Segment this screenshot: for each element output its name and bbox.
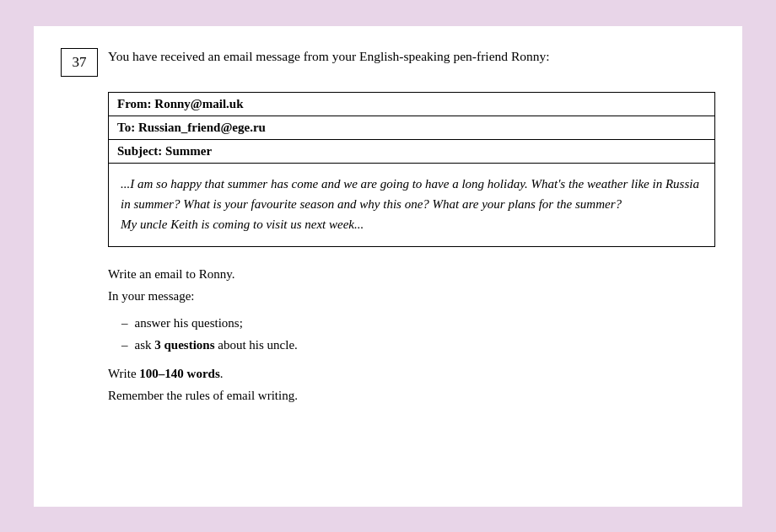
main-card: 37 You have received an email message fr… [34, 26, 742, 507]
question-number: 37 [61, 48, 98, 77]
bullet-text-2: ask 3 questions about his uncle. [135, 335, 298, 355]
from-label: From: [117, 97, 152, 110]
email-to-row: To: Russian_friend@ege.ru [109, 116, 715, 139]
bold-word-count: 100–140 words [139, 367, 219, 380]
subject-label: Subject: [117, 144, 162, 158]
bullet-item-1: – answer his questions; [121, 313, 715, 333]
email-body-cell: ...I am so happy that summer has come an… [109, 163, 715, 246]
email-subject-row: Subject: Summer [109, 139, 715, 163]
email-table: From: Ronny@mail.uk To: Russian_friend@e… [108, 92, 715, 247]
remember-line: Remember the rules of email writing. [108, 385, 715, 406]
question-header: 37 You have received an email message fr… [61, 46, 715, 77]
from-value: Ronny@mail.uk [154, 97, 243, 110]
word-count-line: Write 100–140 words. [108, 363, 715, 384]
email-to-cell: To: Russian_friend@ege.ru [109, 116, 715, 139]
email-body-row: ...I am so happy that summer has come an… [109, 163, 715, 246]
bold-3-questions: 3 questions [154, 338, 214, 352]
email-from-row: From: Ronny@mail.uk [109, 92, 715, 116]
email-subject-cell: Subject: Summer [109, 139, 715, 163]
instruction-line2: In your message: [108, 286, 715, 306]
to-label: To: [117, 121, 135, 134]
email-from-cell: From: Ronny@mail.uk [109, 92, 715, 116]
bullet-list: – answer his questions; – ask 3 question… [121, 313, 715, 355]
bullet-item-2: – ask 3 questions about his uncle. [121, 335, 715, 355]
dash-icon-2: – [121, 335, 128, 355]
to-value: Russian_friend@ege.ru [138, 121, 266, 134]
bullet-text-1: answer his questions; [135, 313, 243, 333]
dash-icon-1: – [121, 313, 128, 333]
intro-text: You have received an email message from … [108, 46, 550, 67]
write-instruction: Write 100–140 words. Remember the rules … [108, 363, 715, 406]
subject-value: Summer [165, 144, 212, 158]
email-body-text: ...I am so happy that summer has come an… [121, 177, 699, 231]
instructions-section: Write an email to Ronny. In your message… [108, 264, 715, 406]
instruction-line1: Write an email to Ronny. [108, 264, 715, 284]
